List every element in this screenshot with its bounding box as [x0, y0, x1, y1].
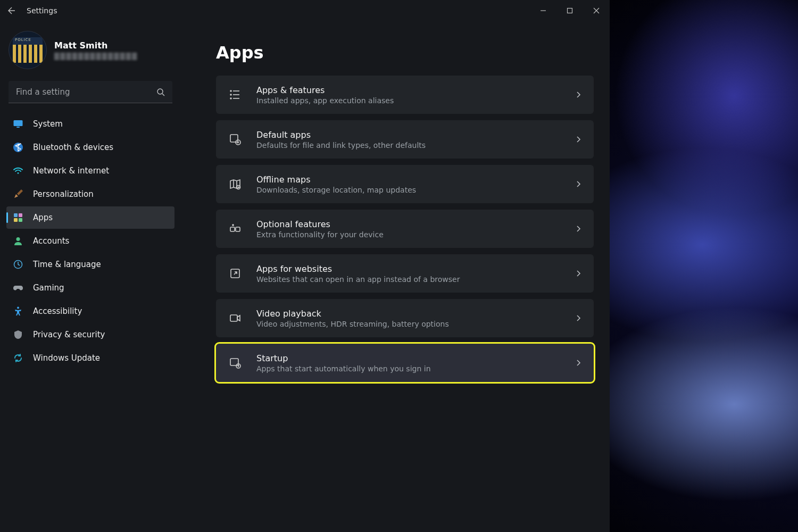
row-apps-features[interactable]: Apps & featuresInstalled apps, app execu…	[216, 76, 594, 114]
nav: System Bluetooth & devices Network & int…	[6, 113, 174, 369]
shield-icon	[13, 329, 23, 340]
clock-globe-icon	[13, 259, 23, 270]
chevron-right-icon	[575, 136, 582, 143]
row-title: Default apps	[256, 130, 561, 140]
apps-icon	[13, 212, 23, 223]
row-title: Apps & features	[256, 85, 561, 95]
page-title: Apps	[216, 43, 594, 63]
svg-rect-20	[236, 227, 240, 231]
row-subtitle: Video adjustments, HDR streaming, batter…	[256, 320, 561, 328]
sidebar-item-accounts[interactable]: Accounts	[6, 230, 174, 252]
maximize-icon	[567, 7, 573, 14]
sidebar-item-label: Privacy & security	[33, 330, 105, 339]
sidebar-item-label: Gaming	[33, 283, 64, 293]
titlebar: Settings	[0, 0, 610, 21]
gamepad-icon	[13, 282, 23, 293]
svg-point-5	[18, 172, 19, 174]
chevron-right-icon	[575, 314, 582, 322]
sidebar-item-accessibility[interactable]: Accessibility	[6, 300, 174, 322]
svg-point-13	[230, 90, 231, 92]
person-icon	[13, 236, 23, 246]
svg-point-14	[230, 94, 231, 95]
back-button[interactable]	[6, 5, 17, 16]
video-icon	[228, 311, 243, 326]
startup-icon	[228, 355, 243, 370]
svg-point-10	[16, 237, 20, 241]
bluetooth-icon	[13, 142, 23, 153]
open-external-icon	[228, 266, 243, 281]
chevron-right-icon	[575, 91, 582, 98]
row-subtitle: Defaults for file and link types, other …	[256, 141, 561, 149]
row-default-apps[interactable]: Default appsDefaults for file and link t…	[216, 120, 594, 159]
close-button[interactable]	[583, 0, 610, 21]
row-title: Video playback	[256, 309, 561, 319]
sidebar-item-gaming[interactable]: Gaming	[6, 277, 174, 299]
search-input[interactable]	[9, 81, 172, 103]
svg-rect-6	[14, 213, 18, 217]
back-arrow-icon	[7, 6, 16, 15]
svg-rect-2	[14, 120, 23, 126]
row-apps-for-websites[interactable]: Apps for websitesWebsites that can open …	[216, 254, 594, 293]
row-startup[interactable]: StartupApps that start automatically whe…	[216, 344, 594, 382]
settings-rows: Apps & featuresInstalled apps, app execu…	[216, 76, 594, 382]
maximize-button[interactable]	[556, 0, 583, 21]
chevron-right-icon	[575, 359, 582, 367]
sidebar-item-label: Network & internet	[33, 166, 109, 176]
svg-point-1	[157, 89, 163, 94]
row-video-playback[interactable]: Video playbackVideo adjustments, HDR str…	[216, 299, 594, 337]
svg-rect-16	[230, 135, 238, 142]
row-title: Apps for websites	[256, 264, 561, 274]
svg-rect-22	[230, 315, 237, 321]
row-subtitle: Installed apps, app execution aliases	[256, 96, 561, 105]
sidebar-item-label: Windows Update	[33, 353, 100, 363]
avatar	[9, 31, 47, 69]
chevron-right-icon	[575, 270, 582, 277]
sidebar-item-label: Time & language	[33, 260, 101, 269]
sidebar-item-system[interactable]: System	[6, 113, 174, 135]
sidebar-item-bluetooth[interactable]: Bluetooth & devices	[6, 136, 174, 159]
content: Apps Apps & featuresInstalled apps, app …	[181, 31, 610, 532]
row-title: Offline maps	[256, 174, 561, 185]
sidebar-item-network[interactable]: Network & internet	[6, 160, 174, 182]
sidebar-item-time-language[interactable]: Time & language	[6, 253, 174, 276]
svg-rect-7	[19, 213, 22, 217]
settings-window: Settings Matt Smith ██████████████	[0, 0, 610, 532]
svg-rect-19	[230, 227, 235, 231]
row-subtitle: Extra functionality for your device	[256, 230, 561, 239]
svg-point-15	[230, 98, 231, 99]
close-icon	[593, 7, 600, 14]
minimize-button[interactable]	[530, 0, 556, 21]
accessibility-icon	[13, 306, 23, 317]
sidebar-item-label: Bluetooth & devices	[33, 143, 113, 152]
row-offline-maps[interactable]: Offline mapsDownloads, storage location,…	[216, 165, 594, 203]
chevron-right-icon	[575, 225, 582, 232]
chevron-right-icon	[575, 180, 582, 188]
search-icon	[156, 88, 165, 96]
row-subtitle: Websites that can open in an app instead…	[256, 275, 561, 284]
sidebar-item-privacy[interactable]: Privacy & security	[6, 323, 174, 346]
user-profile[interactable]: Matt Smith ██████████████	[6, 31, 174, 78]
row-title: Optional features	[256, 219, 561, 229]
sidebar-item-apps[interactable]: Apps	[6, 206, 174, 229]
svg-rect-3	[16, 127, 20, 128]
sidebar-item-label: Accessibility	[33, 306, 82, 316]
sidebar-item-label: Accounts	[33, 236, 69, 246]
list-icon	[228, 87, 243, 102]
minimize-icon	[540, 7, 546, 14]
window-title: Settings	[27, 6, 57, 15]
sidebar: Matt Smith ██████████████ System Bluetoo…	[0, 31, 181, 532]
row-optional-features[interactable]: Optional featuresExtra functionality for…	[216, 210, 594, 248]
svg-rect-0	[568, 9, 572, 13]
sidebar-item-label: Personalization	[33, 189, 94, 199]
sidebar-item-personalization[interactable]: Personalization	[6, 183, 174, 205]
svg-point-12	[17, 307, 19, 309]
system-icon	[13, 119, 23, 129]
sidebar-item-windows-update[interactable]: Windows Update	[6, 347, 174, 369]
update-icon	[13, 353, 23, 363]
user-email: ██████████████	[54, 53, 138, 60]
row-subtitle: Apps that start automatically when you s…	[256, 364, 561, 373]
optional-features-icon	[228, 221, 243, 236]
row-subtitle: Downloads, storage location, map updates	[256, 186, 561, 194]
window-controls	[530, 0, 610, 21]
svg-rect-8	[14, 218, 18, 222]
